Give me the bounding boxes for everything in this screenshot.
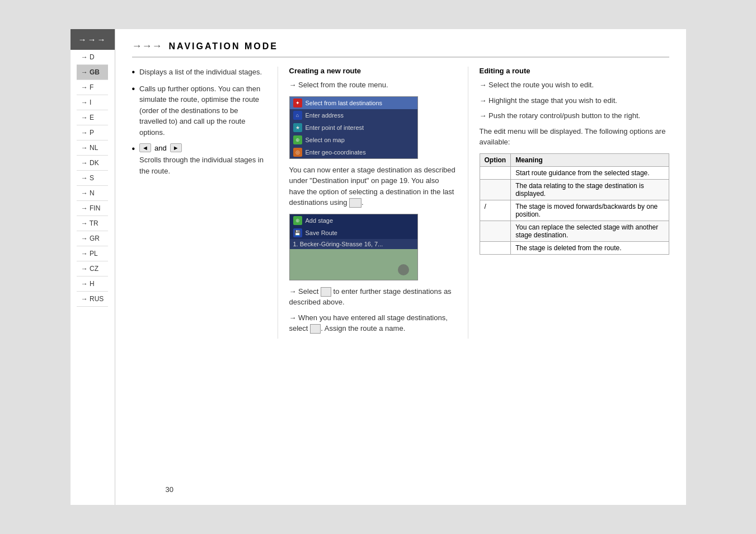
sidebar-item-e[interactable]: → E: [77, 110, 109, 125]
right-arrow-icon: ►: [173, 144, 179, 151]
add-stage-icon: ⊕: [293, 216, 302, 225]
edit-bullet-3: → Push the rotary control/push button to…: [480, 110, 669, 121]
route-map-circle: [398, 264, 409, 275]
sidebar: →→→ → D→ GB→ F→ I→ E→ P→ NL→ DK→ S→ N→ F…: [71, 29, 115, 505]
map-icon: ⊕: [293, 135, 302, 144]
menu-item-last-dest-label: Select from last destinations: [306, 100, 383, 106]
sidebar-item-gb[interactable]: → GB: [77, 65, 109, 80]
select-from-suffix: from the route menu.: [321, 81, 388, 89]
bullet-dot-2: •: [132, 83, 135, 94]
sidebar-item-fin[interactable]: → FIN: [77, 201, 109, 216]
left-arrow-icon: ◄: [142, 144, 148, 151]
title-bar: →→→ NAVIGATION MODE: [132, 40, 669, 58]
sidebar-header: →→→: [71, 29, 115, 50]
menu-item-poi-label: Enter point of interest: [306, 124, 364, 131]
placeholder-inline: [349, 198, 361, 208]
table-cell-meaning-0: Start route guidance from the selected s…: [511, 166, 669, 179]
sidebar-item-h[interactable]: → H: [77, 277, 109, 292]
sidebar-item-n[interactable]: → N: [77, 186, 109, 201]
table-cell-meaning-1: The data relating to the stage destinati…: [511, 179, 669, 200]
bullet-text-3: Scrolls through the individual stages in…: [139, 156, 264, 175]
editing-route-heading: Editing a route: [480, 67, 669, 75]
col-left: • Displays a list of the individual stag…: [132, 67, 278, 339]
edit-bullet-2: → Highlight the stage that you wish to e…: [480, 95, 669, 106]
bullet-item-3: • ◄ and ► Scrolls throu: [132, 143, 266, 176]
and-text: and: [154, 144, 167, 152]
route-item-address: 1. Becker-Göring-Strasse 16, 7...: [290, 239, 417, 249]
sidebar-item-pl[interactable]: → PL: [77, 246, 109, 261]
table-cell-option-0: [480, 166, 511, 179]
menu-item-map-label: Select on map: [306, 137, 345, 143]
sidebar-item-f[interactable]: → F: [77, 80, 109, 95]
table-cell-meaning-4: The stage is deleted from the route.: [511, 241, 669, 254]
arrow-select-label: → Select: [289, 81, 321, 89]
sidebar-item-tr[interactable]: → TR: [77, 216, 109, 231]
sidebar-item-nl[interactable]: → NL: [77, 140, 109, 156]
sidebar-item-cz[interactable]: → CZ: [77, 261, 109, 277]
table-cell-meaning-2: The stage is moved forwards/backwards by…: [511, 200, 669, 221]
sidebar-item-p[interactable]: → P: [77, 125, 109, 140]
select-more-text: → Select to enter further stage destinat…: [289, 286, 457, 308]
page-number: 30: [166, 485, 173, 494]
arrows-icon: →→→: [132, 40, 162, 52]
route-item-address-label: 1. Becker-Göring-Strasse 16, 7...: [293, 241, 383, 247]
bullet-section-1: • Displays a list of the individual stag…: [132, 67, 266, 176]
sidebar-item-d[interactable]: → D: [77, 50, 109, 65]
table-row-4: The stage is deleted from the route.: [480, 241, 669, 254]
bullet-text-2: Calls up further options. You can then s…: [139, 83, 266, 138]
sidebar-item-i[interactable]: → I: [77, 95, 109, 110]
last-dest-icon: ✦: [293, 99, 302, 107]
poi-icon: ★: [293, 123, 302, 132]
select-more-placeholder: [321, 287, 331, 297]
geo-icon: ◎: [293, 148, 302, 157]
col-middle: Creating a new route → Select from the r…: [278, 67, 468, 339]
bullet-dot-1: •: [132, 67, 135, 77]
table-row-0: Start route guidance from the selected s…: [480, 166, 669, 179]
table-cell-option-2: /: [480, 200, 511, 221]
when-entered-placeholder: [310, 324, 321, 334]
table-cell-option-4: [480, 241, 511, 254]
table-row-2: /The stage is moved forwards/backwards b…: [480, 200, 669, 221]
table-cell-option-3: [480, 221, 511, 241]
table-cell-meaning-3: You can replace the selected stage with …: [511, 221, 669, 241]
bullet-nav-controls: ◄ and ► Scrolls through the individual s…: [139, 143, 266, 176]
prev-button[interactable]: ◄: [139, 143, 151, 152]
table-cell-option-1: [480, 179, 511, 200]
table-header-meaning: Meaning: [511, 153, 669, 166]
bullet-dot-3: •: [132, 143, 135, 154]
next-button[interactable]: ►: [170, 143, 182, 152]
when-entered-text: → When you have entered all stage destin…: [289, 312, 457, 334]
menu-item-address: ⌂ Enter address: [290, 109, 417, 121]
col-right: Editing a route → Select the route you w…: [468, 67, 669, 339]
page-container: →→→ → D→ GB→ F→ I→ E→ P→ NL→ DK→ S→ N→ F…: [71, 29, 686, 505]
options-table: Option Meaning Start route guidance from…: [480, 153, 669, 255]
edit-body-text: The edit menu will be displayed. The fol…: [480, 126, 669, 148]
add-stage-label: Add stage: [306, 217, 334, 224]
bullet-text-1: Displays a list of the individual stages…: [139, 67, 262, 78]
sidebar-item-s[interactable]: → S: [77, 171, 109, 186]
page-title: NAVIGATION MODE: [169, 41, 279, 51]
creating-route-heading: Creating a new route: [289, 67, 457, 75]
menu-item-poi: ★ Enter point of interest: [290, 121, 417, 134]
menu-item-address-label: Enter address: [306, 112, 344, 119]
address-icon: ⌂: [293, 111, 302, 120]
body-text-1: You can now enter a stage destination as…: [289, 165, 457, 208]
table-row-3: You can replace the selected stage with …: [480, 221, 669, 241]
route-screenshot: ⊕ Add stage 💾 Save Route 1. Becker-Görin…: [289, 214, 418, 280]
bullet-item-1: • Displays a list of the individual stag…: [132, 67, 266, 78]
table-row-1: The data relating to the stage destinati…: [480, 179, 669, 200]
menu-item-map: ⊕ Select on map: [290, 134, 417, 146]
route-item-add-stage: ⊕ Add stage: [290, 214, 417, 227]
sidebar-item-rus[interactable]: → RUS: [77, 292, 109, 307]
sidebar-item-gr[interactable]: → GR: [77, 231, 109, 246]
sidebar-item-dk[interactable]: → DK: [77, 156, 109, 171]
route-map-area: [290, 249, 417, 280]
content-area: • Displays a list of the individual stag…: [132, 67, 669, 339]
menu-item-geo: ◎ Enter geo-coordinates: [290, 146, 417, 158]
table-header-option: Option: [480, 153, 511, 166]
save-route-label: Save Route: [306, 229, 337, 236]
menu-item-geo-label: Enter geo-coordinates: [306, 149, 366, 156]
menu-screenshot: ✦ Select from last destinations ⌂ Enter …: [289, 96, 418, 159]
menu-item-last-dest: ✦ Select from last destinations: [290, 97, 417, 109]
select-from-route: → Select from the route menu.: [289, 79, 457, 91]
